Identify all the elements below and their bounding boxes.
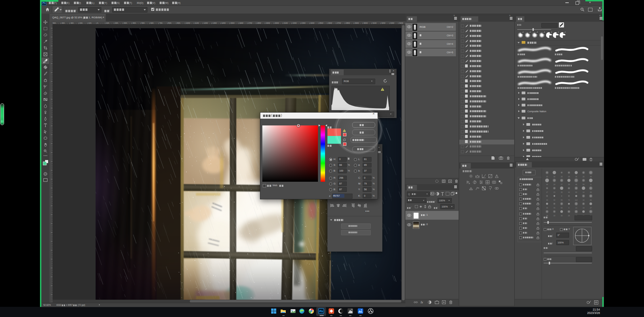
svg-text:42: 42 xyxy=(554,199,556,201)
svg-text:27: 27 xyxy=(561,183,563,185)
svg-text:24: 24 xyxy=(554,183,556,185)
svg-text:27: 27 xyxy=(590,207,592,209)
svg-text:65: 65 xyxy=(561,207,563,209)
svg-text:30: 30 xyxy=(561,215,563,217)
svg-text:fx: fx xyxy=(421,301,423,304)
svg-text:21: 21 xyxy=(590,199,592,201)
svg-text:25: 25 xyxy=(561,176,563,178)
svg-text:200: 200 xyxy=(115,22,118,24)
svg-text:16: 16 xyxy=(583,199,585,201)
svg-text:900: 900 xyxy=(177,22,180,24)
svg-text:25: 25 xyxy=(568,176,570,178)
svg-text:30: 30 xyxy=(554,215,556,217)
svg-text:112: 112 xyxy=(575,199,578,201)
svg-text:300: 300 xyxy=(124,22,127,24)
svg-text:45: 45 xyxy=(554,207,556,209)
svg-text:11: 11 xyxy=(590,183,591,185)
svg-text:500: 500 xyxy=(53,22,56,24)
svg-text:46: 46 xyxy=(575,183,577,185)
svg-text:700: 700 xyxy=(159,22,162,24)
svg-text:100: 100 xyxy=(88,22,91,24)
svg-text:25: 25 xyxy=(568,215,570,217)
svg-text:30: 30 xyxy=(554,176,556,178)
svg-text:33: 33 xyxy=(546,199,548,201)
svg-text:400: 400 xyxy=(133,22,136,24)
svg-text:1100: 1100 xyxy=(195,22,199,24)
svg-text:25: 25 xyxy=(583,176,585,178)
svg-text:14: 14 xyxy=(583,191,585,193)
svg-text:13: 13 xyxy=(575,207,577,209)
svg-text:60: 60 xyxy=(575,191,577,193)
svg-text:36: 36 xyxy=(590,176,592,178)
svg-text:70: 70 xyxy=(568,199,570,201)
svg-text:35: 35 xyxy=(546,207,548,209)
svg-text:44: 44 xyxy=(568,191,570,193)
svg-text:30: 30 xyxy=(546,176,548,178)
svg-text:9: 9 xyxy=(568,207,569,209)
svg-text:500: 500 xyxy=(142,22,145,24)
svg-text:300: 300 xyxy=(71,22,74,24)
svg-text:55: 55 xyxy=(561,199,563,201)
svg-text:Ps: Ps xyxy=(319,310,323,313)
svg-text:400: 400 xyxy=(62,22,65,24)
svg-text:59: 59 xyxy=(583,183,585,185)
svg-text:19: 19 xyxy=(583,207,585,209)
svg-text:600: 600 xyxy=(150,22,154,24)
svg-text:36: 36 xyxy=(575,176,577,178)
svg-text:36: 36 xyxy=(561,191,563,193)
svg-text:200: 200 xyxy=(79,22,82,24)
svg-text:23: 23 xyxy=(554,191,556,193)
svg-text:44: 44 xyxy=(546,183,548,185)
svg-text:800: 800 xyxy=(168,22,171,24)
svg-text:26: 26 xyxy=(590,191,592,193)
svg-text:17: 17 xyxy=(546,191,548,193)
svg-text:39: 39 xyxy=(568,183,570,185)
svg-text:100: 100 xyxy=(106,22,109,24)
svg-text:0: 0 xyxy=(97,22,98,24)
